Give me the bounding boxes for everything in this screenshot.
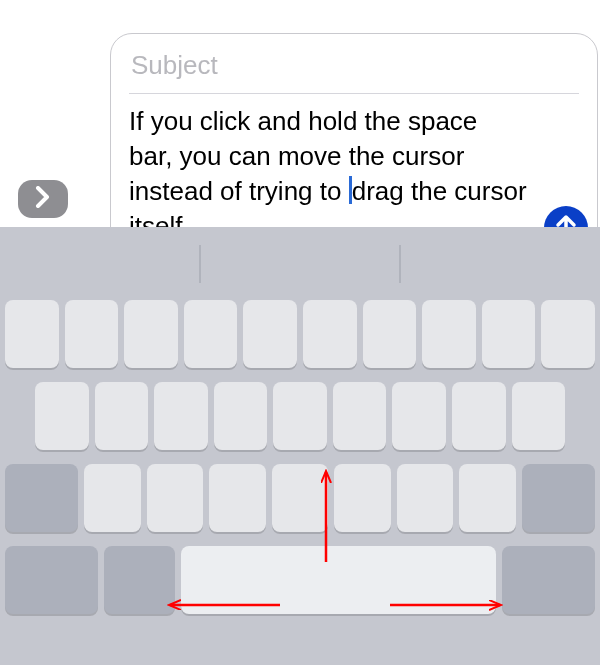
- blank-key[interactable]: [5, 300, 59, 368]
- blank-key[interactable]: [184, 300, 238, 368]
- blank-key[interactable]: [452, 382, 506, 450]
- blank-key[interactable]: [273, 382, 327, 450]
- suggestion-divider: [199, 245, 201, 283]
- blank-key[interactable]: [154, 382, 208, 450]
- blank-key[interactable]: [303, 300, 357, 368]
- blank-key[interactable]: [363, 300, 417, 368]
- blank-key[interactable]: [65, 300, 119, 368]
- blank-key[interactable]: [84, 464, 140, 532]
- blank-key[interactable]: [209, 464, 265, 532]
- blank-key[interactable]: [482, 300, 536, 368]
- body-space: [341, 176, 348, 206]
- blank-key[interactable]: [95, 382, 149, 450]
- key-row: [5, 382, 595, 450]
- number-mode-key[interactable]: [5, 546, 98, 614]
- blank-key[interactable]: [422, 300, 476, 368]
- subject-field[interactable]: Subject: [129, 46, 579, 94]
- blank-key[interactable]: [214, 382, 268, 450]
- key-row: [5, 464, 595, 532]
- return-key[interactable]: [502, 546, 595, 614]
- key-row: [5, 300, 595, 368]
- blank-key[interactable]: [333, 382, 387, 450]
- key-row: [5, 546, 595, 614]
- space-bar[interactable]: [181, 546, 496, 614]
- blank-key[interactable]: [243, 300, 297, 368]
- suggestion-divider: [399, 245, 401, 283]
- emoji-key[interactable]: [104, 546, 176, 614]
- shift-key[interactable]: [5, 464, 78, 532]
- suggestion-bar: [0, 227, 600, 300]
- chevron-right-icon: [35, 186, 51, 212]
- blank-key[interactable]: [541, 300, 595, 368]
- blank-key[interactable]: [147, 464, 203, 532]
- blank-key[interactable]: [124, 300, 178, 368]
- blank-key[interactable]: [512, 382, 566, 450]
- onscreen-keyboard-trackpad[interactable]: [0, 227, 600, 665]
- blank-key[interactable]: [392, 382, 446, 450]
- blank-key[interactable]: [459, 464, 515, 532]
- delete-key[interactable]: [522, 464, 595, 532]
- blank-key[interactable]: [272, 464, 328, 532]
- expand-actions-button[interactable]: [18, 180, 68, 218]
- message-body-field[interactable]: If you click and hold the space bar, you…: [129, 94, 579, 244]
- blank-key[interactable]: [334, 464, 390, 532]
- blank-key[interactable]: [35, 382, 89, 450]
- blank-key[interactable]: [397, 464, 453, 532]
